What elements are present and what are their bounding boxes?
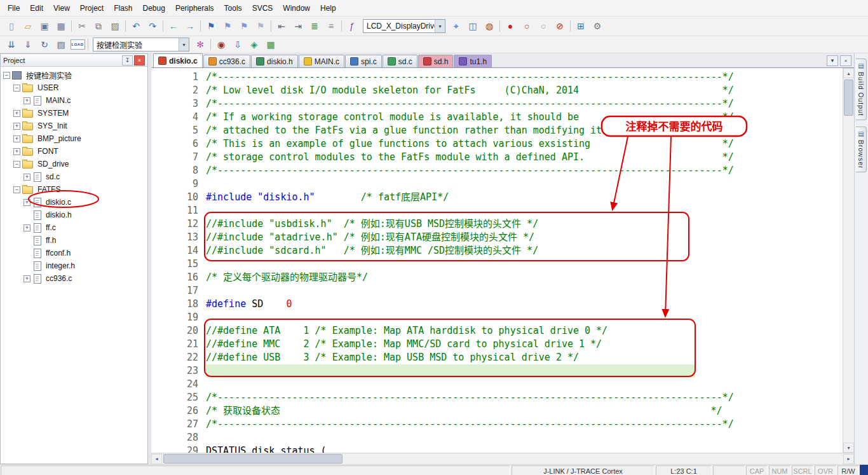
tab-sd.c[interactable]: sd.c (383, 55, 417, 67)
menu-item-view[interactable]: View (48, 1, 75, 15)
menu-item-edit[interactable]: Edit (25, 1, 48, 15)
copy-button[interactable]: ⧉ (90, 18, 107, 34)
rebuild-button[interactable]: ↻ (36, 37, 53, 52)
code-line-26[interactable]: 26/* 获取设备状态 */ (151, 404, 843, 418)
code-line-21[interactable]: 21//#define MMC 2 /* Example: Map MMC/SD… (151, 338, 843, 351)
code-line-24[interactable]: 24 (151, 378, 843, 391)
code-line-3[interactable]: 3/*-------------------------------------… (151, 97, 843, 111)
menu-item-peripherals[interactable]: Peripherals (170, 1, 219, 15)
scroll-right-icon[interactable]: ▸ (843, 454, 854, 464)
function-list-button[interactable]: ƒ (344, 18, 360, 34)
code-line-5[interactable]: 5/* attached to the FatFs via a glue fun… (151, 124, 843, 137)
code-line-14[interactable]: 14//#include "sdcard.h" /* 例如:现有MMC /SD控… (151, 244, 843, 258)
tab-diskio.c[interactable]: diskio.c (153, 53, 203, 67)
menu-item-svcs[interactable]: SVCS (247, 1, 278, 15)
expand-icon[interactable]: + (13, 148, 20, 155)
indent-button[interactable]: ⇥ (290, 18, 306, 34)
close-tab-button[interactable]: × (840, 55, 851, 66)
tree-item-SYS_Init[interactable]: +SYS_Init (1, 120, 147, 132)
chevron-down-icon[interactable]: ▼ (179, 38, 189, 51)
tree-item-MAIN.c[interactable]: +MAIN.c (1, 94, 147, 107)
code-line-2[interactable]: 2/* Low level disk I/O module skeleton f… (151, 84, 843, 97)
code-line-12[interactable]: 12//#include "usbdisk.h" /* 例如:现有USB MSD… (151, 217, 843, 231)
menu-item-tools[interactable]: Tools (219, 1, 247, 15)
tree-item-FATFS[interactable]: −FATFS (1, 183, 147, 196)
menu-item-project[interactable]: Project (75, 1, 109, 15)
paste-button[interactable]: ▨ (107, 18, 123, 34)
code-line-10[interactable]: 10#include "diskio.h" /* fatf底层API*/ (151, 191, 843, 204)
expand-icon[interactable]: + (13, 110, 20, 117)
menu-item-help[interactable]: Help (315, 1, 341, 15)
batch-build-button[interactable]: ▤ (53, 37, 69, 52)
tab-spi.c[interactable]: spi.c (345, 55, 382, 67)
scroll-up-icon[interactable]: ▴ (843, 68, 854, 78)
save-button[interactable]: ▣ (36, 18, 53, 34)
expand-icon[interactable]: + (24, 199, 31, 206)
navigate-forward-button[interactable]: → (182, 18, 198, 34)
editor-vscrollbar[interactable]: ▴ ▾ (843, 68, 854, 453)
code-line-13[interactable]: 13//#include "atadrive.h" /* 例如:现有ATA硬盘控… (151, 231, 843, 244)
comment-button[interactable]: ≣ (306, 18, 323, 34)
tree-item-integer.h[interactable]: integer.h (1, 259, 147, 272)
load-button[interactable]: LOAD (69, 37, 86, 52)
expand-icon[interactable]: + (13, 135, 20, 142)
code-line-18[interactable]: 18#define SD 0 (151, 298, 843, 311)
collapse-icon[interactable]: − (13, 161, 20, 168)
enable-breakpoint-button[interactable]: ○ (519, 18, 535, 34)
chevron-down-icon[interactable]: ▼ (435, 20, 445, 32)
insert-breakpoint-button[interactable]: ● (502, 18, 519, 34)
open-file-button[interactable]: ▱ (20, 18, 36, 34)
code-line-8[interactable]: 8/*-------------------------------------… (151, 164, 843, 177)
code-line-20[interactable]: 20//#define ATA 1 /* Example: Map ATA ha… (151, 324, 843, 338)
clear-bookmarks-button[interactable]: ⚑ (252, 18, 269, 34)
collapse-icon[interactable]: − (3, 72, 10, 79)
search-combo[interactable]: LCD_X_DisplayDriver▼ (363, 19, 445, 33)
tree-item-ffconf.h[interactable]: ffconf.h (1, 247, 147, 259)
editor-hscrollbar[interactable]: ◂ ▸ (151, 453, 854, 464)
tab-tu1.h[interactable]: tu1.h (454, 55, 492, 67)
save-all-button[interactable]: ▦ (53, 18, 69, 34)
pin-icon[interactable]: ↧ (122, 55, 133, 65)
uncomment-button[interactable]: ≡ (323, 18, 339, 34)
code-line-4[interactable]: 4/* If a working storage control module … (151, 111, 843, 124)
next-bookmark-button[interactable]: ⚑ (236, 18, 252, 34)
tree-item-diskio.c[interactable]: +diskio.c (1, 196, 147, 209)
menu-item-file[interactable]: File (3, 1, 25, 15)
navigate-back-button[interactable]: ← (165, 18, 182, 34)
close-panel-button[interactable]: × (134, 55, 145, 65)
expand-icon[interactable]: + (24, 224, 31, 231)
disable-all-breakpoints-button[interactable]: ○ (535, 18, 552, 34)
code-line-27[interactable]: 27/*------------------------------------… (151, 418, 843, 431)
code-line-23[interactable]: 23 (151, 364, 843, 378)
code-area[interactable]: 1/*-------------------------------------… (151, 68, 843, 453)
tree-item-ff.h[interactable]: ff.h (1, 234, 147, 247)
expand-icon[interactable]: + (24, 275, 31, 282)
find-next-button[interactable]: ⌖ (448, 18, 465, 34)
unindent-button[interactable]: ⇤ (273, 18, 290, 34)
tab-sd.h[interactable]: sd.h (418, 55, 454, 67)
tree-item-cc936.c[interactable]: +cc936.c (1, 272, 147, 285)
target-select-combo[interactable]: 按键检测实验▼ (93, 38, 189, 52)
code-line-15[interactable]: 15 (151, 258, 843, 271)
tree-item-USER[interactable]: −USER (1, 81, 147, 94)
menu-item-window[interactable]: Window (278, 1, 315, 15)
code-line-16[interactable]: 16/* 定义每个驱动器的物理驱动器号*/ (151, 271, 843, 284)
code-line-6[interactable]: 6/* This is an example of glue functions… (151, 137, 843, 151)
tree-item-SD_drive[interactable]: −SD_drive (1, 158, 147, 170)
code-line-19[interactable]: 19 (151, 311, 843, 324)
code-line-22[interactable]: 22//#define USB 3 /* Example: Map USB MS… (151, 351, 843, 364)
redo-button[interactable]: ↷ (144, 18, 161, 34)
tree-item-BMP_picture[interactable]: +BMP_picture (1, 132, 147, 145)
code-line-28[interactable]: 28 (151, 431, 843, 444)
code-line-1[interactable]: 1/*-------------------------------------… (151, 71, 843, 84)
tree-item-ff.c[interactable]: +ff.c (1, 221, 147, 234)
find-in-files-button[interactable]: ◫ (465, 18, 481, 34)
tab-list-dropdown[interactable]: ▼ (827, 55, 838, 66)
vscroll-thumb[interactable] (844, 79, 853, 116)
hscroll-thumb[interactable] (163, 454, 342, 464)
tab-MAIN.c[interactable]: MAIN.c (299, 55, 344, 67)
manage-rte-button[interactable]: ◈ (246, 37, 262, 52)
tree-item-sd.c[interactable]: +sd.c (1, 170, 147, 183)
search-magnifier-button[interactable]: ◍ (481, 18, 498, 34)
tree-item-diskio.h[interactable]: diskio.h (1, 209, 147, 221)
